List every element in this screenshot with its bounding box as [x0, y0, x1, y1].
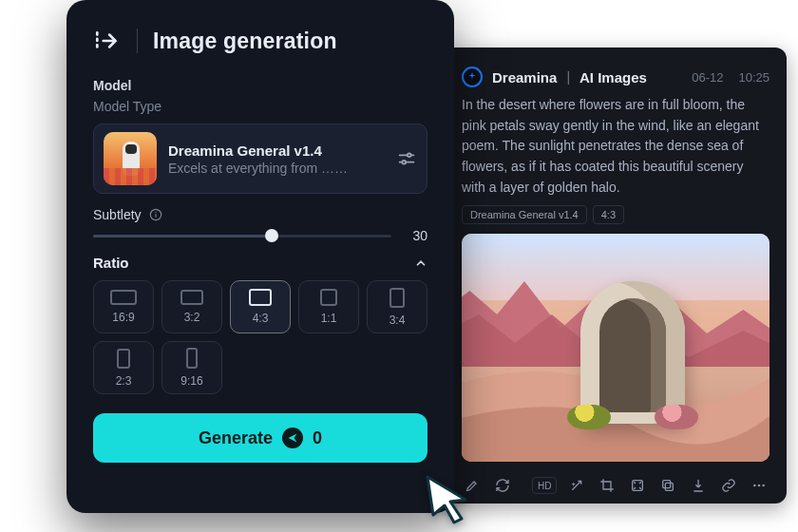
panel-header: Image generation [93, 27, 428, 55]
subtlety-value: 30 [405, 228, 428, 243]
model-type-label: Model Type [93, 99, 428, 114]
card-time: 10:25 [738, 70, 770, 85]
crop-icon[interactable] [597, 473, 618, 498]
svg-point-5 [762, 484, 765, 487]
ratio-shape-icon [320, 289, 337, 306]
credit-icon [282, 428, 303, 448]
ratio-options: 16:93:24:31:13:42:39:16 [93, 280, 428, 394]
svg-point-15 [155, 212, 156, 213]
subtlety-slider[interactable] [93, 228, 391, 243]
ratio-option-9-16[interactable]: 9:16 [162, 341, 222, 394]
ratio-option-2-3[interactable]: 2:3 [93, 341, 154, 394]
brand-name: Dreamina [492, 69, 557, 86]
svg-point-3 [753, 484, 756, 487]
download-icon[interactable] [688, 473, 709, 498]
link-icon[interactable] [718, 473, 739, 498]
refresh-icon[interactable] [492, 473, 513, 498]
ratio-option-1-1[interactable]: 1:1 [298, 280, 359, 333]
sliders-icon[interactable] [396, 148, 417, 169]
card-date: 06-12 [692, 70, 723, 85]
svg-rect-1 [666, 484, 674, 491]
ratio-option-3-4[interactable]: 3:4 [367, 280, 428, 333]
stone-arch [580, 281, 685, 424]
ratio-shape-icon [117, 349, 130, 369]
ratio-label: 4:3 [253, 312, 269, 325]
slider-thumb [265, 229, 278, 242]
credit-count: 0 [313, 428, 322, 448]
ratio-option-3-2[interactable]: 3:2 [162, 280, 222, 333]
svg-point-10 [408, 154, 411, 158]
info-icon[interactable] [149, 208, 162, 221]
model-selector[interactable]: Dreamina General v1.4 Excels at everythi… [93, 124, 428, 194]
chevron-up-icon[interactable] [414, 256, 428, 270]
generate-label: Generate [199, 428, 273, 448]
panel-toggle-icon[interactable] [93, 27, 122, 55]
prompt-text: In the desert where flowers are in full … [462, 95, 770, 198]
generate-button[interactable]: Generate 0 [93, 413, 428, 463]
svg-rect-2 [663, 481, 671, 488]
duplicate-icon[interactable] [657, 473, 678, 498]
ratio-label: 3:2 [184, 311, 200, 324]
edit-icon[interactable] [462, 473, 483, 498]
result-toolbar: HD [462, 473, 770, 498]
page-title: Image generation [153, 28, 337, 54]
divider [137, 28, 138, 53]
svg-point-4 [758, 484, 761, 487]
ratio-label: 2:3 [116, 374, 132, 388]
card-header: Dreamina | AI Images 06-12 10:25 [462, 66, 770, 87]
tag-model: Dreamina General v1.4 [462, 205, 587, 224]
ratio-label: 1:1 [321, 312, 337, 325]
brand-spark-icon [462, 66, 483, 87]
result-image[interactable] [462, 234, 770, 462]
result-card: Dreamina | AI Images 06-12 10:25 In the … [445, 48, 787, 504]
ratio-shape-icon [249, 289, 272, 306]
result-tags: Dreamina General v1.4 4:3 [462, 205, 770, 224]
ratio-shape-icon [110, 290, 137, 305]
slider-fill [93, 235, 272, 238]
svg-point-12 [402, 161, 406, 164]
wand-icon[interactable] [566, 473, 587, 498]
model-thumbnail [104, 132, 157, 185]
ratio-shape-icon [186, 348, 198, 369]
model-section-label: Model [93, 78, 428, 93]
ratio-section-label: Ratio [93, 255, 129, 271]
more-icon[interactable] [749, 473, 770, 498]
model-title: Dreamina General v1.4 [168, 142, 385, 159]
ratio-label: 3:4 [390, 314, 406, 327]
generation-panel: Image generation Model Model Type Dreami… [66, 0, 454, 513]
ratio-option-4-3[interactable]: 4:3 [230, 280, 291, 333]
ratio-shape-icon [180, 290, 203, 305]
ratio-label: 9:16 [180, 374, 202, 388]
model-description: Excels at everything from …… [168, 161, 385, 176]
card-category: AI Images [580, 69, 647, 86]
ratio-option-16-9[interactable]: 16:9 [93, 280, 154, 333]
pipe: | [566, 69, 570, 85]
hd-badge[interactable]: HD [532, 477, 557, 494]
ratio-label: 16:9 [112, 311, 134, 324]
tag-ratio: 4:3 [593, 205, 624, 224]
ratio-shape-icon [390, 288, 405, 308]
expand-icon[interactable] [627, 473, 648, 498]
subtlety-label: Subtlety [93, 207, 142, 222]
